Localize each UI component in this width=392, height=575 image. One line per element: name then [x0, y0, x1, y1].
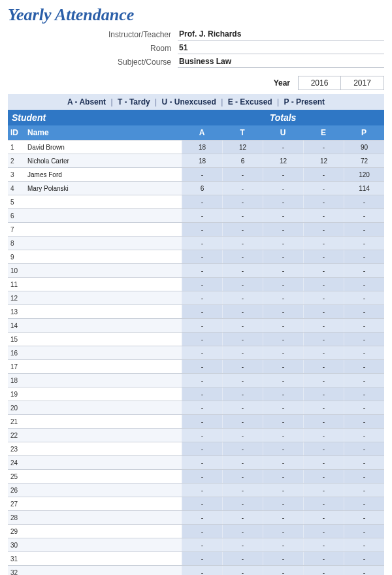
cell-u: - — [263, 278, 303, 291]
cell-a: - — [182, 401, 222, 414]
cell-u: - — [263, 360, 303, 373]
table-row[interactable]: 14----- — [8, 318, 384, 332]
cell-a: - — [182, 387, 222, 401]
cell-name[interactable]: David Brown — [25, 144, 182, 151]
cell-p: - — [344, 333, 384, 346]
table-row[interactable]: 17----- — [8, 359, 384, 373]
col-p: P — [344, 125, 384, 140]
cell-p: - — [344, 374, 384, 387]
table-row[interactable]: 9----- — [8, 250, 384, 263]
cell-p: 114 — [344, 182, 384, 195]
cell-name[interactable]: James Ford — [25, 171, 182, 178]
cell-id: 25 — [8, 473, 25, 480]
cell-e: - — [303, 209, 344, 222]
table-row[interactable]: 2Nichola Carter186121272 — [8, 154, 384, 167]
cell-t: - — [222, 264, 263, 277]
cell-t: - — [222, 511, 263, 524]
cell-t: - — [222, 374, 263, 387]
cell-id: 28 — [8, 514, 25, 521]
cell-p: - — [344, 250, 384, 263]
cell-a: 6 — [182, 182, 222, 195]
cell-p: - — [344, 470, 384, 483]
cell-id: 24 — [8, 459, 25, 467]
cell-a: - — [182, 168, 222, 181]
cell-e: - — [303, 346, 344, 359]
cell-e: - — [303, 237, 344, 250]
table-row[interactable]: 31----- — [8, 551, 384, 565]
table-row[interactable]: 32----- — [8, 565, 384, 575]
table-row[interactable]: 13----- — [8, 304, 384, 318]
table-row[interactable]: 21----- — [8, 414, 384, 428]
cell-t: - — [222, 429, 263, 442]
cell-p: - — [344, 538, 384, 551]
meta-row-subject: Subject/Course Business Law — [8, 56, 384, 68]
cell-u: - — [263, 209, 303, 222]
table-row[interactable]: 10----- — [8, 263, 384, 277]
year-row: Year 2016 2017 — [8, 76, 384, 90]
cell-t: - — [222, 168, 263, 181]
table-row[interactable]: 24----- — [8, 455, 384, 469]
cell-e: - — [303, 387, 344, 401]
table-row[interactable]: 19----- — [8, 387, 384, 401]
cell-t: - — [222, 525, 263, 538]
table-row[interactable]: 28----- — [8, 510, 384, 524]
col-name: Name — [25, 125, 182, 140]
cell-p: 90 — [344, 140, 384, 154]
table-row[interactable]: 26----- — [8, 483, 384, 497]
table-row[interactable]: 1David Brown1812--90 — [8, 140, 384, 154]
table-row[interactable]: 6----- — [8, 208, 384, 222]
column-header: ID Name A T U E P — [8, 125, 384, 140]
cell-t: - — [222, 456, 263, 469]
table-row[interactable]: 3James Ford----120 — [8, 167, 384, 181]
cell-t: - — [222, 415, 263, 428]
table-row[interactable]: 16----- — [8, 346, 384, 359]
year-option-1[interactable]: 2017 — [341, 76, 384, 90]
cell-u: - — [263, 456, 303, 469]
table-row[interactable]: 25----- — [8, 469, 384, 483]
cell-id: 23 — [8, 446, 25, 453]
cell-e: - — [303, 442, 344, 455]
cell-p: - — [344, 566, 384, 575]
cell-e: - — [303, 360, 344, 373]
table-row[interactable]: 11----- — [8, 277, 384, 291]
cell-e: - — [303, 552, 344, 565]
table-row[interactable]: 27----- — [8, 497, 384, 510]
table-row[interactable]: 5----- — [8, 195, 384, 208]
cell-p: - — [344, 209, 384, 222]
table-row[interactable]: 12----- — [8, 291, 384, 304]
table-row[interactable]: 23----- — [8, 442, 384, 455]
page-title: Yearly Attendance — [8, 5, 384, 25]
table-row[interactable]: 20----- — [8, 401, 384, 414]
cell-e: - — [303, 525, 344, 538]
cell-u: - — [263, 374, 303, 387]
subject-value[interactable]: Business Law — [178, 56, 384, 68]
cell-p: - — [344, 456, 384, 469]
cell-u: - — [263, 387, 303, 401]
room-value[interactable]: 51 — [178, 42, 384, 54]
cell-name[interactable]: Nichola Carter — [25, 157, 182, 165]
cell-e: - — [303, 374, 344, 387]
cell-p: - — [344, 511, 384, 524]
instructor-value[interactable]: Prof. J. Richards — [178, 29, 384, 41]
table-row[interactable]: 18----- — [8, 373, 384, 387]
table-row[interactable]: 22----- — [8, 428, 384, 442]
cell-name[interactable]: Mary Polanski — [25, 185, 182, 192]
table-row[interactable]: 7----- — [8, 222, 384, 236]
cell-id: 9 — [8, 254, 25, 261]
cell-a: - — [182, 525, 222, 538]
table-row[interactable]: 30----- — [8, 538, 384, 551]
cell-p: - — [344, 346, 384, 359]
cell-e: - — [303, 484, 344, 497]
legend-sep: | — [274, 97, 282, 107]
cell-id: 14 — [8, 322, 25, 329]
cell-t: 6 — [222, 154, 263, 167]
table-row[interactable]: 4Mary Polanski6---114 — [8, 181, 384, 195]
table-row[interactable]: 8----- — [8, 236, 384, 250]
cell-u: - — [263, 415, 303, 428]
cell-u: - — [263, 442, 303, 455]
year-option-0[interactable]: 2016 — [298, 76, 341, 90]
table-row[interactable]: 15----- — [8, 332, 384, 346]
cell-a: - — [182, 223, 222, 236]
cell-u: - — [263, 538, 303, 551]
table-row[interactable]: 29----- — [8, 524, 384, 538]
